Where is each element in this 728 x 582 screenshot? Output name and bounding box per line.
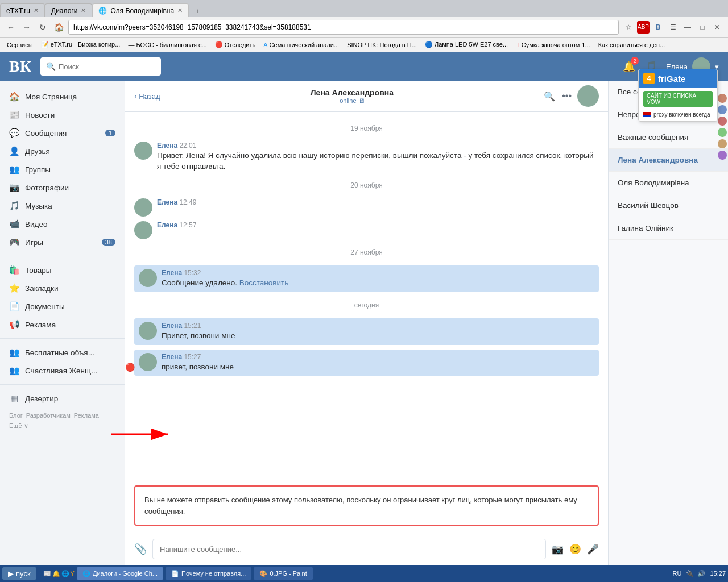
groups-icon: 👥 bbox=[9, 164, 19, 174]
taskbar-icon-1: 📰 bbox=[43, 570, 51, 577]
home-btn[interactable]: 🏠 bbox=[52, 21, 65, 34]
frigate-widget[interactable]: 4 friGate САЙТ ИЗ СПИСКА VOW proxy включ… bbox=[638, 69, 718, 122]
sidebar-item-dezertir[interactable]: ▦ Дезертир bbox=[0, 389, 125, 408]
sidebar-item-messages[interactable]: 💬 Сообщения 1 bbox=[0, 124, 125, 142]
taskbar-icon-2: 🔔 bbox=[52, 570, 60, 577]
frigate-proxy-text: proxy включен всегда bbox=[653, 111, 710, 118]
menu-btn[interactable]: ☰ bbox=[667, 21, 679, 34]
sidebar-item-friends[interactable]: 👤 Друзья bbox=[0, 142, 125, 160]
taskbar-time: 15:27 bbox=[710, 570, 726, 577]
notif-badge: 2 bbox=[631, 57, 639, 65]
vk-logo[interactable]: ВК bbox=[9, 57, 31, 76]
new-tab-btn[interactable]: + bbox=[189, 5, 206, 17]
reload-btn[interactable]: ↻ bbox=[36, 21, 49, 34]
minimize-btn[interactable]: — bbox=[681, 21, 694, 34]
maximize-btn[interactable]: □ bbox=[696, 21, 709, 34]
sidebar-item-docs[interactable]: 📄 Документы bbox=[0, 297, 125, 315]
bookmark-semantic[interactable]: A Семантический анали... bbox=[261, 41, 341, 48]
tab-dialogi-close[interactable]: ✕ bbox=[81, 7, 86, 14]
sidebar-item-groups[interactable]: 👥 Группы bbox=[0, 160, 125, 178]
bookmark-servisy[interactable]: Сервисы bbox=[5, 41, 35, 48]
footer-reklama[interactable]: Реклама bbox=[74, 412, 99, 419]
more-options-icon[interactable]: ••• bbox=[562, 91, 572, 101]
sidebar-item-news[interactable]: 📰 Новости bbox=[0, 106, 125, 124]
message-row-highlighted: Елена 15:32 Сообщение удалено. Восстанов… bbox=[134, 265, 599, 292]
footer-more[interactable]: Ещё ∨ bbox=[9, 422, 28, 430]
music-sidebar-icon: 🎵 bbox=[9, 201, 19, 211]
tab-olya[interactable]: 🌐 Оля Володимирівна ✕ bbox=[92, 3, 189, 17]
msg-body: Елена 15:32 Сообщение удалено. Восстанов… bbox=[162, 269, 288, 289]
right-panel-lena[interactable]: Лена Александровна bbox=[609, 149, 728, 172]
bookmark-sinoptik[interactable]: SINOPTIK: Погода в Н... bbox=[345, 41, 419, 48]
start-button[interactable]: ▶ пуск bbox=[2, 567, 36, 580]
msg-avatar bbox=[139, 322, 157, 340]
right-panel-olya[interactable]: Оля Володимирівна bbox=[609, 172, 728, 194]
taskbar-paint-icon: 🎨 bbox=[259, 570, 267, 577]
notifications-icon[interactable]: 🔔 2 bbox=[623, 60, 635, 73]
sidebar-docs-label: Документы bbox=[25, 302, 65, 311]
emoji-icon[interactable]: 😊 bbox=[569, 543, 581, 555]
tab-olya-label: Оля Володимирівна bbox=[110, 7, 174, 15]
back-nav-btn[interactable]: ← bbox=[5, 21, 17, 34]
footer-dev[interactable]: Разработчикам bbox=[26, 412, 71, 419]
bookmark-star[interactable]: ☆ bbox=[622, 21, 635, 34]
mic-icon[interactable]: 🎤 bbox=[587, 543, 599, 555]
taskbar-pochemu-label: Почему не отправля... bbox=[181, 570, 246, 577]
messages-list: 19 ноября Елена 22:01 Привет, Лена! Я сл… bbox=[125, 112, 608, 479]
games-icon: 🎮 bbox=[9, 237, 19, 247]
taskbar-net-icon: 🔌 bbox=[686, 570, 694, 577]
msg-time: 15:32 bbox=[184, 269, 201, 277]
msg-sender: Елена bbox=[157, 142, 177, 149]
footer-blog[interactable]: Блог bbox=[9, 412, 23, 419]
news-icon: 📰 bbox=[9, 110, 19, 120]
msg-sender-time: Елена 12:57 bbox=[157, 221, 196, 229]
close-window-btn[interactable]: ✕ bbox=[711, 21, 723, 34]
sidebar-item-mypage[interactable]: 🏠 Моя Страница bbox=[0, 88, 125, 106]
tab-etxt[interactable]: eTXT.ru ✕ bbox=[0, 3, 45, 17]
tab-olya-close[interactable]: ✕ bbox=[177, 7, 183, 14]
taskbar-item-pochemu[interactable]: 📄 Почему не отправля... bbox=[166, 567, 251, 580]
taskbar-item-paint[interactable]: 🎨 0.JPG - Paint bbox=[254, 567, 312, 580]
vk-nav-icon[interactable]: В bbox=[652, 21, 664, 34]
sidebar-item-video[interactable]: 📹 Видео bbox=[0, 215, 125, 233]
sidebar-item-free-ads[interactable]: 👥 Бесплатные объя... bbox=[0, 343, 125, 361]
right-panel-important[interactable]: Важные сообщения bbox=[609, 126, 728, 149]
address-bar[interactable] bbox=[68, 20, 619, 35]
bookmark-kak[interactable]: Как справиться с деп... bbox=[596, 41, 668, 48]
sidebar-item-bookmarks[interactable]: ⭐ Закладки bbox=[0, 279, 125, 297]
abp-icon[interactable]: ABP bbox=[637, 21, 650, 34]
bookmark-etxt[interactable]: 📝 eTXT.ru - Биржа копир... bbox=[39, 41, 123, 48]
search-msg-icon[interactable]: 🔍 bbox=[544, 91, 555, 102]
date-divider-today: сегодня bbox=[134, 301, 599, 309]
attach-icon[interactable]: 📎 bbox=[134, 543, 147, 555]
sidebar-item-music[interactable]: 🎵 Музыка bbox=[0, 197, 125, 215]
bookmark-lampa[interactable]: 🔵 Лампа LED 5W E27 све... bbox=[423, 41, 510, 48]
bookmark-boss[interactable]: — БОСС - биллинговая с... bbox=[126, 41, 209, 48]
sidebar-item-photos[interactable]: 📷 Фотографии bbox=[0, 178, 125, 197]
forward-nav-btn[interactable]: → bbox=[20, 21, 33, 34]
sidebar-item-women[interactable]: 👥 Счастливая Женщ... bbox=[0, 361, 125, 380]
sidebar-item-ads[interactable]: 📢 Реклама bbox=[0, 315, 125, 334]
tab-dialogi[interactable]: Диалоги ✕ bbox=[45, 3, 92, 17]
msg-body: Елена 12:57 bbox=[157, 221, 196, 230]
sidebar-video-label: Видео bbox=[25, 220, 47, 228]
search-input[interactable] bbox=[40, 57, 161, 76]
bookmark-otsledit[interactable]: 🔴 Отследить bbox=[213, 41, 258, 48]
tab-etxt-close[interactable]: ✕ bbox=[34, 7, 39, 14]
msg-body: Елена 22:01 Привет, Лена! Я случайно уда… bbox=[157, 142, 599, 172]
restore-link[interactable]: Восстановить bbox=[239, 278, 288, 287]
msg-avatar bbox=[134, 198, 152, 217]
vk-header: ВК 🔍 🔔 2 🎵 Елена ▾ bbox=[0, 52, 728, 81]
message-input[interactable] bbox=[152, 539, 546, 559]
side-avatar-2 bbox=[718, 105, 727, 114]
right-panel-vasily[interactable]: Василий Шевцов bbox=[609, 194, 728, 217]
right-panel-galina[interactable]: Галина Олійник bbox=[609, 217, 728, 240]
vk-content: ‹ Назад Лена Александровна online 🖥 🔍 ••… bbox=[125, 81, 728, 565]
bookmark-sumka[interactable]: T Сумка жіноча оптом 1... bbox=[514, 41, 593, 48]
search-icon: 🔍 bbox=[46, 62, 56, 71]
sidebar-item-games[interactable]: 🎮 Игры 38 bbox=[0, 233, 125, 251]
camera-icon[interactable]: 📷 bbox=[552, 543, 564, 555]
back-button[interactable]: ‹ Назад bbox=[134, 92, 160, 101]
sidebar-item-goods[interactable]: 🛍️ Товары bbox=[0, 261, 125, 279]
taskbar-item-dialogi[interactable]: 🌐 Диалоги - Google Ch... bbox=[77, 567, 163, 580]
